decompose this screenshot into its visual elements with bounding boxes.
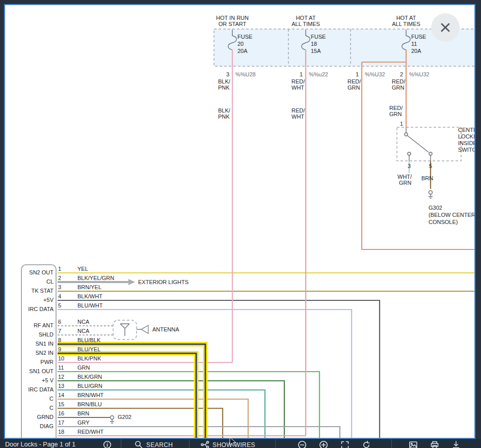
pin-number: 1 [58,266,69,272]
pin-number: 16 [58,410,69,416]
fuse-label: FUSE [237,34,252,40]
antenna-label: ANTENNA [152,326,179,332]
info-button[interactable] [103,440,112,448]
toolbar-divider [121,439,121,448]
fuse-number: 20 [237,41,244,47]
wire-color-label: BLU/WHT [77,302,133,309]
pin-number: 13 [58,383,69,389]
app-window: HOT IN RUN OR START HOT AT ALL TIMES HOT… [0,0,481,448]
wire-color-label: BRN [421,175,433,181]
toolbar-divider [189,439,190,448]
connector-pin-label: C [22,396,54,402]
wire-color-label: RED/WHT [77,429,133,435]
pin-number: 18 [58,429,69,435]
pin-number: 3 [405,163,413,169]
zoom-out-button[interactable] [298,440,307,448]
wire-color-label: NCA [77,328,133,334]
connector-pin-label: +5V [22,297,54,303]
exterior-lights-label: EXTERIOR LIGHTS [138,279,189,285]
power-title: HOT AT [273,15,339,21]
wire-color-label: RED/ [348,78,361,85]
wire-color-label: BRN/YEL [77,284,133,290]
connector-pin-label: SN1 OUT [22,368,54,374]
window-edge-top [0,0,481,4]
zoom-in-button[interactable] [319,440,328,448]
connector-pin-label: PWR [22,359,54,365]
wire-color-label: RED/ [392,78,405,85]
fuse-label: FUSE [411,34,426,40]
wire-color-label: BLK/YEL/GRN [77,275,133,281]
fit-to-screen-icon [340,440,350,448]
fuse-number: 11 [411,41,417,47]
print-button[interactable] [430,440,439,448]
wire-color-label: BRN/WHT [77,392,133,398]
connector-pin-label: SHLD [22,331,54,338]
ground-location: (BELOW CENTER [429,212,475,218]
wire-color-label: BLU/GRN [77,383,133,389]
power-title: HOT IN RUN [199,15,265,21]
pin-number: 5 [58,302,69,309]
power-title: OR START [199,21,265,27]
page-title: Door Locks - Page 1 of 1 [5,441,75,448]
connector-pin-label: DIAG [22,423,54,429]
pin-number: 3 [218,71,229,77]
connector-id: %%u22 [309,71,328,77]
ground-id: G302 [429,205,442,211]
pin-number: 5 [426,163,435,169]
wire-color-label: YEL [77,266,133,272]
download-button[interactable] [451,440,461,448]
image-icon [409,440,418,448]
wire-color-label: RED/ [291,78,305,85]
close-button[interactable] [431,13,460,42]
wire-color-label: GRN [77,365,133,371]
wire-color-label: WHT [291,85,304,91]
connector-pin-label: +5 V [22,377,54,383]
fuse-number: 18 [311,41,317,47]
fit-to-screen-button[interactable] [340,440,350,448]
connector-pin-label: TK STAT [22,288,54,294]
rotate-icon [362,440,371,448]
image-button[interactable] [409,440,418,448]
power-title: ALL TIMES [373,21,439,27]
connector-pin-label: CL [22,278,54,285]
rotate-button[interactable] [362,440,371,448]
mouse-pointer-icon [229,437,237,447]
wire-color-label: BLK/ [218,78,230,85]
pin-number: 2 [58,275,69,281]
window-edge-left [0,0,4,448]
ground-location: CONSOLE) [429,219,458,225]
power-title: HOT AT [373,15,439,21]
scrollbar-right[interactable] [475,0,481,448]
pin-number: 2 [392,71,403,77]
pin-number: 7 [58,328,69,334]
pin-number: 1 [392,121,403,127]
connector-id: %%U28 [235,71,256,77]
connector-pin-label: SN1 IN [22,341,54,347]
wire-color-label: GRN [348,85,360,91]
diagram-canvas[interactable]: HOT IN RUN OR START HOT AT ALL TIMES HOT… [4,4,475,439]
pin-number: 9 [58,346,69,352]
close-icon [434,13,457,42]
pin-number: 17 [58,419,69,426]
pin-number: 4 [58,293,69,299]
connector-pin-label: C [22,405,54,411]
connector-pin-label: RF ANT [22,322,54,328]
download-icon [451,440,461,448]
labels-layer: HOT IN RUN OR START HOT AT ALL TIMES HOT… [4,4,475,439]
switch-name: INSIDE [458,140,475,146]
pin-number: 1 [348,71,359,77]
switch-name: LOCKING [458,133,475,139]
print-icon [430,440,439,448]
wire-color-label: BLU/YEL [77,346,133,352]
zoom-in-icon [319,440,328,448]
fuse-rating: 20A [411,48,421,54]
search-button[interactable]: SEARCH [135,440,173,448]
wire-color-label: BRN/BLU [77,401,133,407]
wire-color-label: NCA [77,319,133,325]
show-wires-icon [201,440,209,448]
power-title: ALL TIMES [273,21,339,27]
pin-number: 3 [58,284,69,290]
pin-number: 14 [58,392,69,398]
wire-color-label: BRN [77,410,133,416]
show-wires-button[interactable]: SHOW WIRES [201,440,255,448]
